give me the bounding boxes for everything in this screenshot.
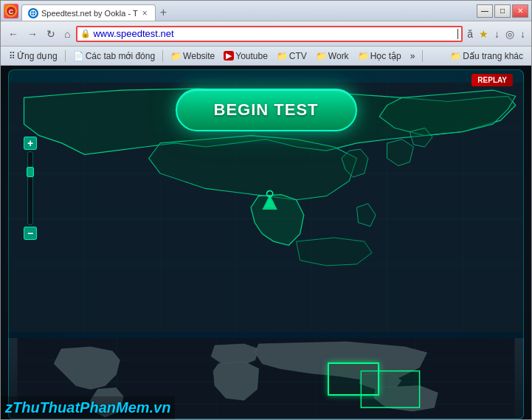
youtube-icon: ▶ <box>224 51 234 61</box>
back-button[interactable]: ← <box>5 27 21 41</box>
maximize-button[interactable]: □ <box>494 4 511 18</box>
text-cursor <box>457 29 458 39</box>
bookmark-separator-2 <box>162 50 163 62</box>
new-tab-button[interactable]: + <box>156 4 171 21</box>
bookmark-ctv[interactable]: 📁 CTV <box>273 49 311 63</box>
nav-action-icons: ă ★ ↓ ◎ ↓ <box>466 27 527 41</box>
tab-favicon <box>28 8 38 18</box>
bookmark-separator <box>65 50 66 62</box>
map-panel: BEGIN TEST + − REPLAY <box>8 69 524 345</box>
tab-close-button[interactable]: × <box>141 8 149 18</box>
translate-button[interactable]: ă <box>466 27 474 41</box>
bookmark-hoc-tap[interactable]: 📁 Học tập <box>354 49 405 63</box>
begin-test-button[interactable]: BEGIN TEST <box>175 89 356 131</box>
tab-moi-dong-label: Các tab mới đóng <box>86 51 155 61</box>
window-controls: — □ ✕ <box>477 4 528 18</box>
watermark: zThuThuatPhanMem.vn <box>1 396 175 419</box>
tab-moi-dong-icon: 📄 <box>73 51 84 61</box>
bookmark-tab-moi-dong[interactable]: 📄 Các tab mới đóng <box>69 49 159 63</box>
titlebar: C Speedtest.net by Ookla - T × + — □ ✕ <box>1 1 531 21</box>
tab-bar: Speedtest.net by Ookla - T × + <box>21 1 474 21</box>
bookmark-other[interactable]: 📁 Dấu trang khác <box>446 49 527 63</box>
work-label: Work <box>328 51 349 61</box>
bookmark-separator-3 <box>422 50 423 62</box>
lock-icon: 🔒 <box>80 29 91 38</box>
download-button[interactable]: ↓ <box>493 27 501 41</box>
apps-grid-icon: ⠿ <box>9 51 15 61</box>
website-label: Website <box>183 51 215 61</box>
hoc-tap-folder-icon: 📁 <box>358 51 369 61</box>
youtube-label: Youtube <box>235 51 268 61</box>
hoc-tap-label: Học tập <box>370 51 401 61</box>
home-button[interactable]: ⌂ <box>61 27 73 41</box>
bookmark-button[interactable]: ★ <box>477 27 490 41</box>
bookmark-youtube[interactable]: ▶ Youtube <box>220 49 272 63</box>
other-label: Dấu trang khác <box>463 51 523 61</box>
forward-button[interactable]: → <box>24 27 41 41</box>
active-tab[interactable]: Speedtest.net by Ookla - T × <box>21 4 156 21</box>
bookmark-work[interactable]: 📁 Work <box>312 49 353 63</box>
zoom-in-button[interactable]: + <box>24 137 37 150</box>
bookmark-website[interactable]: 📁 Website <box>167 49 218 63</box>
zoom-track <box>27 151 33 225</box>
browser-logo: C <box>4 4 18 18</box>
zoom-controls: + − <box>24 137 37 240</box>
replay-button[interactable]: REPLAY <box>471 74 513 86</box>
download2-button[interactable]: ↓ <box>519 27 527 41</box>
refresh-button[interactable]: ↻ <box>44 27 58 41</box>
browser-window: C Speedtest.net by Ookla - T × + — □ ✕ ←… <box>0 0 532 420</box>
close-button[interactable]: ✕ <box>512 4 528 18</box>
ctv-label: CTV <box>289 51 307 61</box>
map-highlight-box <box>328 362 379 396</box>
speedtest-page: BEGIN TEST + − REPLAY <box>1 66 531 419</box>
zoom-out-button[interactable]: − <box>24 227 37 240</box>
screenshot-button[interactable]: ◎ <box>504 27 516 41</box>
zoom-thumb[interactable] <box>27 167 34 177</box>
bookmarks-bar: ⠿ Ứng dụng 📄 Các tab mới đóng 📁 Website … <box>1 47 531 66</box>
other-folder-icon: 📁 <box>450 51 461 61</box>
apps-bookmark[interactable]: ⠿ Ứng dụng <box>5 49 61 63</box>
address-input[interactable] <box>93 28 455 39</box>
tab-title: Speedtest.net by Ookla - T <box>41 9 138 18</box>
minimize-button[interactable]: — <box>477 4 493 18</box>
apps-label: Ứng dụng <box>17 51 58 61</box>
website-folder-icon: 📁 <box>170 51 182 61</box>
svg-text:C: C <box>9 8 14 16</box>
bookmarks-more-button[interactable]: » <box>407 49 419 63</box>
content-area: BEGIN TEST + − REPLAY <box>1 66 531 419</box>
ctv-folder-icon: 📁 <box>277 51 288 61</box>
work-folder-icon: 📁 <box>316 51 327 61</box>
address-bar[interactable]: 🔒 <box>76 26 463 42</box>
navbar: ← → ↻ ⌂ 🔒 ă ★ ↓ ◎ ↓ <box>1 21 531 47</box>
